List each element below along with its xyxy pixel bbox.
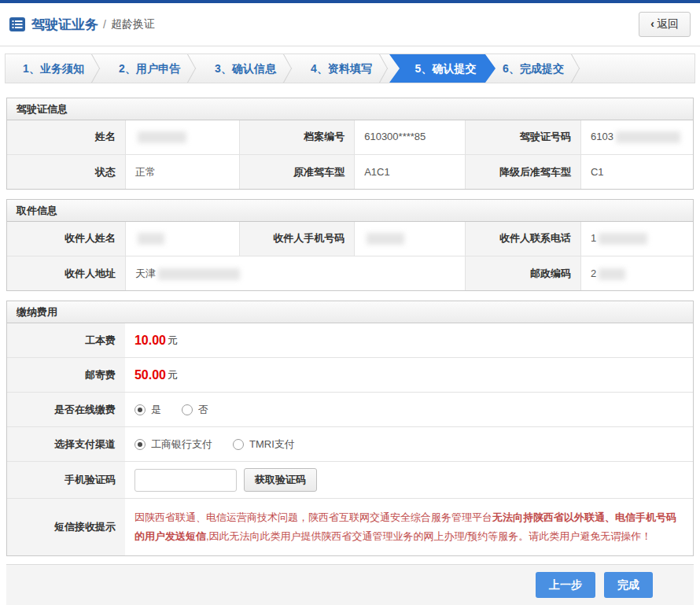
recipient-address-label: 收件人地址: [7, 256, 125, 290]
sms-notice-label: 短信接收提示: [7, 499, 125, 555]
status-label: 状态: [7, 154, 125, 189]
chevron-left-icon: ‹: [650, 17, 654, 30]
online-payment-yes-option[interactable]: 是: [134, 403, 161, 417]
status-value: 正常: [125, 154, 239, 189]
online-payment-row: 是否在线缴费 是 否: [7, 392, 693, 426]
step-5-confirm-submit-active[interactable]: 5、确认提交: [389, 54, 496, 83]
step-4-fill-materials[interactable]: 4、资料填写: [293, 54, 389, 83]
recipient-mobile-value: [354, 222, 464, 256]
online-payment-label: 是否在线缴费: [7, 393, 125, 426]
redacted-postal-code: [599, 268, 625, 280]
license-number-value: 6103: [580, 120, 693, 154]
file-number-value: 610300****85: [354, 120, 464, 154]
radio-checked-icon[interactable]: [134, 439, 146, 450]
icbc-pay-option[interactable]: 工商银行支付: [134, 437, 212, 452]
back-button[interactable]: ‹返回: [639, 12, 691, 37]
postal-code-value: 2: [580, 256, 693, 290]
payment-channel-row: 选择支付渠道 工商银行支付 TMRI支付: [7, 426, 693, 461]
postage-fee-amount: 50.00: [134, 368, 166, 382]
online-payment-no-option[interactable]: 否: [182, 403, 208, 417]
pickup-info-section: 取件信息 收件人姓名 收件人手机号码 收件人联系电话 1 收件人地址 天津 邮政…: [6, 199, 694, 291]
license-number-label: 驾驶证号码: [465, 120, 580, 154]
name-label: 姓名: [7, 120, 125, 154]
recipient-name-value: [125, 222, 239, 256]
sms-notice-text: 因陕西省联通、电信运营商技术问题，陕西省互联网交通安全综合服务管理平台无法向持陕…: [125, 499, 693, 555]
postage-fee-label: 邮寄费: [7, 358, 125, 392]
radio-unchecked-icon[interactable]: [233, 439, 244, 450]
production-fee-value: 10.00元: [125, 323, 693, 357]
step-2-user-declaration[interactable]: 2、用户申告: [101, 54, 197, 83]
previous-step-button[interactable]: 上一步: [536, 572, 595, 598]
license-info-section-title: 驾驶证信息: [7, 98, 693, 120]
recipient-address-value: 天津: [125, 256, 465, 290]
radio-unchecked-icon[interactable]: [182, 404, 193, 415]
production-fee-amount: 10.00: [134, 334, 166, 348]
postage-fee-unit: 元: [168, 368, 178, 382]
sms-code-label: 手机验证码: [7, 462, 125, 498]
original-class-label: 原准驾车型: [239, 154, 354, 189]
production-fee-row: 工本费 10.00元: [7, 323, 693, 357]
sms-notice-row: 短信接收提示 因陕西省联通、电信运营商技术问题，陕西省互联网交通安全综合服务管理…: [7, 498, 693, 555]
production-fee-unit: 元: [168, 334, 178, 348]
notice-segment-normal: ,因此无法向此类用户提供陕西省交通管理业务的网上办理/预约等服务。请此类用户避免…: [206, 530, 651, 542]
postage-fee-row: 邮寄费 50.00元: [7, 357, 693, 392]
payment-section: 缴纳费用 工本费 10.00元 邮寄费 50.00元 是否在线缴费 是 否 选择…: [6, 301, 694, 556]
sms-code-input[interactable]: [134, 469, 237, 492]
page-title: 驾驶证业务: [31, 16, 98, 34]
redacted-recipient-address: [158, 268, 240, 280]
name-value: [125, 120, 239, 154]
license-business-icon: [9, 17, 25, 32]
license-info-table: 姓名 档案编号 610300****85 驾驶证号码 6103 状态 正常 原准…: [7, 120, 693, 189]
recipient-phone-value: 1: [580, 222, 693, 256]
production-fee-label: 工本费: [7, 323, 125, 357]
step-progress-bar: 1、业务须知 2、用户申告 3、确认信息 4、资料填写 5、确认提交 6、完成提…: [5, 53, 695, 83]
pickup-info-table: 收件人姓名 收件人手机号码 收件人联系电话 1 收件人地址 天津 邮政编码 2: [7, 222, 693, 290]
license-info-section: 驾驶证信息 姓名 档案编号 610300****85 驾驶证号码 6103 状态…: [6, 98, 694, 190]
downgraded-class-value: C1: [580, 154, 693, 189]
get-sms-code-button[interactable]: 获取验证码: [244, 468, 317, 492]
finish-button[interactable]: 完成: [604, 572, 653, 598]
online-payment-no-label: 否: [198, 403, 208, 417]
online-payment-options: 是 否: [125, 393, 693, 426]
redacted-recipient-phone: [599, 233, 647, 245]
redacted-name: [138, 131, 186, 143]
redacted-recipient-mobile: [367, 233, 404, 245]
step-3-confirm-info[interactable]: 3、确认信息: [197, 54, 293, 83]
downgraded-class-label: 降级后准驾车型: [465, 154, 580, 189]
original-class-value: A1C1: [354, 154, 464, 189]
pickup-info-section-title: 取件信息: [7, 200, 693, 222]
file-number-label: 档案编号: [239, 120, 354, 154]
postage-fee-value: 50.00元: [125, 358, 693, 392]
radio-checked-icon[interactable]: [134, 404, 146, 415]
tmri-pay-label: TMRI支付: [249, 437, 295, 452]
step-1-business-notes[interactable]: 1、业务须知: [6, 54, 101, 83]
page-header: 驾驶证业务 / 超龄换证 ‹返回: [0, 3, 700, 46]
notice-segment-normal: 因陕西省联通、电信运营商技术问题，陕西省互联网交通安全综合服务管理平台: [134, 511, 492, 523]
back-label: 返回: [657, 17, 679, 30]
redacted-license-number: [616, 131, 680, 143]
breadcrumb-separator: /: [103, 18, 106, 31]
breadcrumb-current: 超龄换证: [111, 17, 155, 31]
icbc-pay-label: 工商银行支付: [151, 437, 212, 452]
step-6-complete-submit[interactable]: 6、完成提交: [485, 54, 581, 83]
payment-section-title: 缴纳费用: [7, 301, 693, 323]
tmri-pay-option[interactable]: TMRI支付: [233, 437, 295, 452]
payment-channel-options: 工商银行支付 TMRI支付: [125, 427, 693, 461]
recipient-phone-label: 收件人联系电话: [465, 222, 580, 256]
recipient-name-label: 收件人姓名: [7, 222, 125, 256]
sms-code-row: 手机验证码 获取验证码: [7, 461, 693, 498]
sms-code-controls: 获取验证码: [125, 462, 693, 498]
redacted-recipient-name: [138, 233, 164, 245]
footer-action-bar: 上一步 完成: [6, 564, 694, 605]
recipient-mobile-label: 收件人手机号码: [239, 222, 354, 256]
payment-channel-label: 选择支付渠道: [7, 427, 125, 461]
online-payment-yes-label: 是: [151, 403, 161, 417]
postal-code-label: 邮政编码: [465, 256, 580, 290]
